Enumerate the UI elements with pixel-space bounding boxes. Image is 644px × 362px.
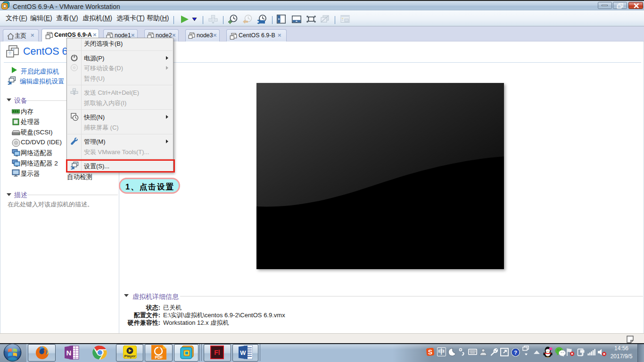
svg-text:S: S (428, 348, 432, 356)
svg-text:Player: Player (124, 354, 135, 358)
svg-text:PDF: PDF (155, 355, 163, 360)
svg-text:Fl: Fl (214, 349, 220, 356)
svg-text:?: ? (514, 350, 517, 355)
svg-text:W: W (240, 349, 246, 356)
svg-text:N: N (66, 349, 72, 357)
